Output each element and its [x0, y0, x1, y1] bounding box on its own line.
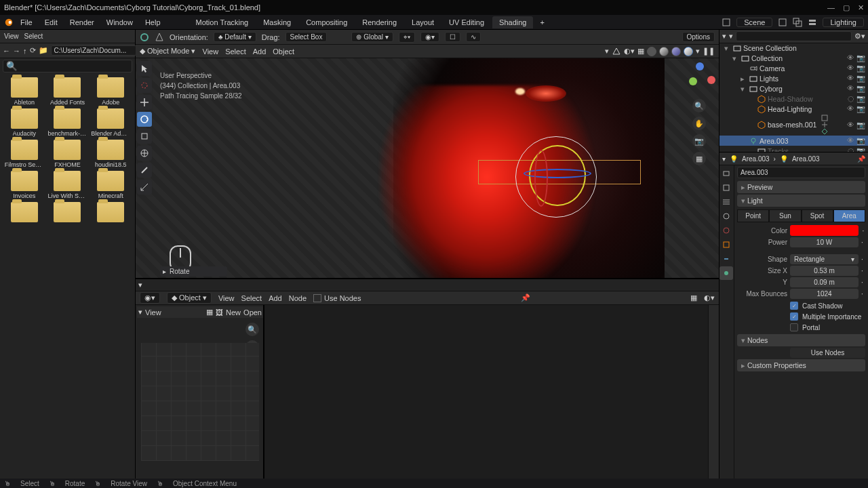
visibility-icons[interactable]: 👁 📷 [847, 54, 865, 62]
minimize-button[interactable]: — [827, 3, 835, 12]
workspace-tab[interactable]: Compositing [299, 16, 354, 28]
folder-item[interactable]: Live With Sen... [47, 171, 88, 199]
node-mode-selector[interactable]: ◆ Object ▾ [167, 292, 212, 304]
outliner-row[interactable]: base-mesh.001 👁 📷 [719, 114, 868, 136]
folder-item[interactable]: Adobe [90, 77, 131, 106]
new-folder-icon[interactable]: 📁 [39, 46, 48, 55]
keyframe-dot-icon[interactable]: · [861, 239, 865, 246]
visibility-icons[interactable]: ◌ 📷 [848, 94, 865, 103]
rotate-gizmo-z[interactable] [524, 169, 591, 178]
render-tab-icon[interactable] [719, 167, 733, 180]
scale-tool[interactable] [137, 129, 152, 144]
folder-item[interactable] [4, 202, 45, 224]
folder-item[interactable]: Invoices [4, 171, 45, 199]
copy-scene-icon[interactable] [793, 18, 802, 27]
uv-canvas[interactable] [141, 343, 259, 461]
material-shading-icon[interactable] [671, 47, 681, 56]
nav-z-axis[interactable] [696, 62, 704, 70]
extra-tool-icon2[interactable]: ∿ [466, 32, 481, 42]
use-nodes-button[interactable]: Use Nodes [790, 348, 865, 358]
bounces-field[interactable]: 1024 [790, 289, 859, 299]
tree-toggle-icon[interactable]: ▾ [741, 85, 747, 93]
folder-item[interactable]: benchmark-la... [47, 108, 88, 137]
blender-logo-icon[interactable] [4, 18, 14, 27]
nodes-panel-head[interactable]: Nodes [737, 334, 865, 346]
workspace-tab[interactable]: Motion Tracking [189, 16, 256, 28]
uv-editor-icon[interactable]: ▾ [138, 308, 142, 317]
rotate-tool[interactable] [137, 112, 152, 127]
transform-space-dropdown[interactable]: ⊕ Global ▾ [351, 32, 393, 42]
view-menu[interactable]: View [4, 33, 19, 40]
viewlayer-selector[interactable]: Lighting [823, 18, 864, 27]
shape-dropdown[interactable]: Rectangle ▾ [790, 254, 859, 264]
forward-icon[interactable]: → [13, 47, 20, 55]
constraint-tab-icon[interactable] [719, 252, 733, 266]
file-search-input[interactable] [3, 60, 132, 73]
object-menu[interactable]: Object [273, 47, 294, 56]
menu-file[interactable]: File [15, 17, 38, 28]
folder-item[interactable]: Minecraft [90, 171, 131, 199]
folder-item[interactable]: Ableton [4, 77, 45, 106]
node-view-menu[interactable]: View [218, 294, 235, 302]
output-tab-icon[interactable] [719, 181, 733, 195]
data-tab-icon[interactable] [719, 266, 733, 280]
keyframe-dot-icon[interactable]: · [861, 227, 865, 235]
visibility-icons[interactable]: 👁 📷 [847, 64, 865, 73]
sizex-field[interactable]: 0.53 m [790, 266, 859, 276]
outliner-row[interactable]: Head-Lighting👁 📷 [719, 104, 868, 114]
pause-render-icon[interactable]: ❚❚ [703, 47, 715, 56]
menu-edit[interactable]: Edit [39, 17, 63, 28]
folder-item[interactable]: houdini18.5 [90, 140, 131, 168]
nav-gizmo[interactable] [682, 61, 716, 95]
visibility-icons[interactable]: 👁 📷 [847, 136, 865, 145]
menu-help[interactable]: Help [140, 17, 166, 28]
select-tool[interactable] [137, 61, 152, 76]
folder-item[interactable]: Added Fonts [47, 77, 88, 106]
uv-new-button[interactable]: New [226, 308, 241, 317]
refresh-icon[interactable]: ⟳ [30, 46, 36, 55]
pin-icon[interactable]: 📌 [521, 293, 530, 302]
cursor-tool[interactable] [137, 78, 152, 93]
path-input[interactable] [51, 45, 144, 56]
tree-toggle-icon[interactable]: ▾ [732, 54, 739, 62]
visibility-icons[interactable]: ◌ 📷 [848, 146, 865, 152]
light-type-point[interactable]: Point [737, 209, 769, 222]
use-nodes-checkbox[interactable] [313, 294, 321, 302]
outliner-row[interactable]: ▾Scene Collection [719, 43, 868, 53]
add-workspace-button[interactable]: + [534, 17, 549, 28]
node-editor-area[interactable]: ▾ View ▦ 🖼 New Open 🔍 ✋ [136, 305, 719, 479]
perspective-icon[interactable]: ▦ [692, 152, 706, 165]
light-type-sun[interactable]: Sun [769, 209, 801, 222]
select-menu[interactable]: Select [24, 33, 43, 40]
maximize-button[interactable]: ▢ [843, 3, 850, 12]
view-menu[interactable]: View [203, 47, 219, 56]
mode-selector[interactable]: ◆ Object Mode ▾ [140, 47, 196, 56]
visibility-icons[interactable]: 👁 📷 [847, 121, 865, 129]
node-backdrop-icon[interactable]: ▦ [690, 293, 697, 302]
pin-properties-icon[interactable]: 📌 [857, 155, 865, 163]
new-scene-icon[interactable] [778, 18, 787, 27]
keyframe-dot-icon[interactable]: · [861, 256, 865, 263]
folder-item[interactable] [47, 202, 88, 224]
properties-type-icon[interactable]: ▾ [722, 155, 726, 163]
workspace-tab-active[interactable]: Shading [492, 16, 533, 28]
solid-shading-icon[interactable] [659, 47, 669, 56]
outliner-row[interactable]: Head-Shadow◌ 📷 [719, 94, 868, 104]
3d-viewport[interactable]: User Perspective (344) Collection | Area… [136, 58, 719, 278]
keyframe-dot-icon[interactable]: · [861, 290, 865, 298]
menu-window[interactable]: Window [101, 17, 138, 28]
outliner-mode-icon[interactable]: ▾ [729, 32, 733, 41]
rendered-shading-icon[interactable] [684, 47, 693, 56]
tree-toggle-icon[interactable]: ▾ [724, 44, 731, 52]
workspace-tab[interactable]: UV Editing [442, 16, 491, 28]
orientation-dropdown[interactable]: ♣ Default ▾ [214, 32, 256, 42]
node-add-menu[interactable]: Add [269, 294, 282, 302]
node-overlay-icon[interactable]: ◐▾ [704, 293, 715, 302]
keyframe-dot-icon[interactable]: · [861, 267, 865, 274]
options-dropdown[interactable]: Options [682, 32, 715, 42]
editor-type-icon[interactable]: ▾ [138, 281, 142, 289]
up-icon[interactable]: ↑ [23, 47, 27, 55]
tree-toggle-icon[interactable]: ▸ [741, 75, 747, 83]
close-button[interactable]: ✕ [858, 3, 864, 12]
datablock-name-input[interactable] [737, 167, 865, 178]
